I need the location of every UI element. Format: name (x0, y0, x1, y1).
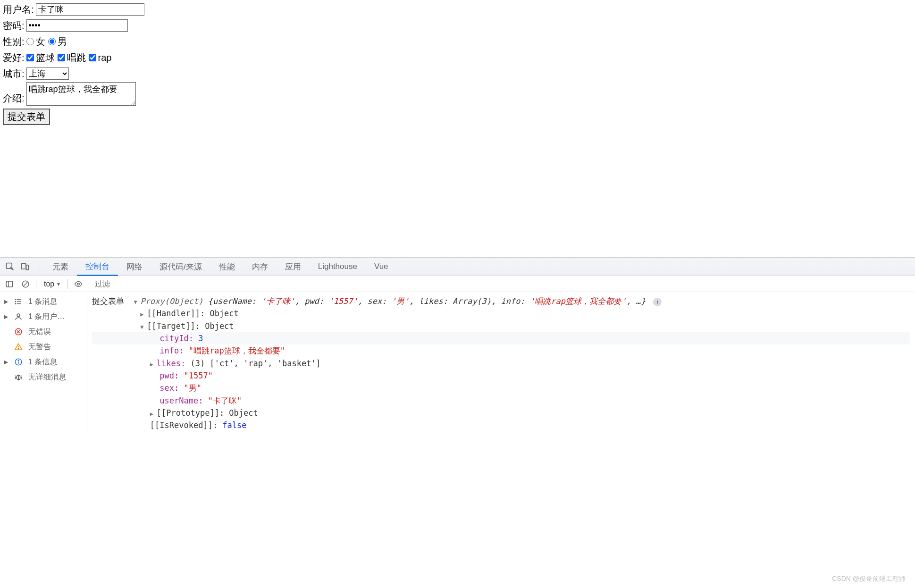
gender-female-radio[interactable] (26, 38, 34, 45)
intro-row: 介绍: 唱跳rap篮球，我全都要 (3, 82, 912, 106)
city-label: 城市: (3, 66, 25, 81)
hobby-rap-checkbox[interactable] (89, 54, 96, 61)
hobby-row: 爱好: 篮球 唱跳 rap (3, 50, 912, 65)
hobby-rap-label: rap (98, 50, 112, 65)
submit-button[interactable]: 提交表单 (3, 109, 50, 125)
gender-female-label: 女 (36, 34, 45, 49)
hobby-ct-label: 唱跳 (67, 50, 86, 65)
intro-label: 介绍: (3, 91, 25, 106)
gender-row: 性别: 女 男 (3, 34, 912, 49)
hobby-ct-checkbox[interactable] (58, 54, 65, 61)
password-label: 密码: (3, 18, 25, 33)
demo-form: 用户名: 密码: 性别: 女 男 爱好: 篮球 唱跳 rap 城市: 上海 介绍… (0, 0, 915, 127)
hobby-label: 爱好: (3, 50, 25, 65)
username-row: 用户名: (3, 2, 912, 17)
password-input[interactable] (26, 19, 128, 32)
hobby-basketball-checkbox[interactable] (26, 54, 34, 61)
username-input[interactable] (36, 3, 144, 16)
gender-label: 性别: (3, 34, 25, 49)
password-row: 密码: (3, 18, 912, 33)
gender-male-radio[interactable] (48, 38, 56, 45)
gender-male-label: 男 (58, 34, 67, 49)
username-label: 用户名: (3, 2, 34, 17)
city-row: 城市: 上海 (3, 66, 912, 81)
intro-textarea[interactable]: 唱跳rap篮球，我全都要 (26, 82, 136, 106)
city-select[interactable]: 上海 (26, 67, 69, 80)
hobby-basketball-label: 篮球 (36, 50, 55, 65)
